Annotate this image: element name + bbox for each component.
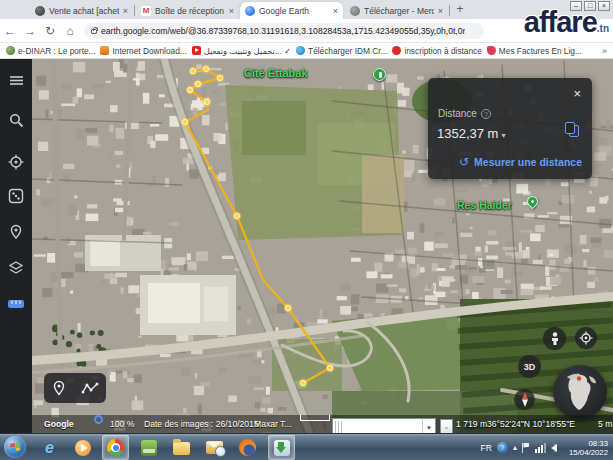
tab-close-icon[interactable]: ×: [438, 6, 443, 16]
show-hidden-icons[interactable]: ▴: [513, 443, 517, 452]
address-bar[interactable]: earth.google.com/web/@36.87339768,10.311…: [84, 23, 484, 39]
earth-favicon: [245, 6, 255, 16]
taskbar-chrome[interactable]: [102, 435, 129, 460]
distance-label: Distance: [438, 108, 477, 119]
coordinates: 36°52'24"N 10°18'55"E: [487, 415, 575, 433]
eye-altitude: 5 m: [598, 415, 612, 433]
idm-icon: [274, 440, 290, 456]
window-controls: – □ ×: [570, 1, 610, 11]
voyager-icon[interactable]: [0, 149, 32, 175]
red-dot-icon: [392, 46, 401, 55]
place-label-res-haider[interactable]: Res Haider: [457, 199, 512, 211]
menu-icon[interactable]: [0, 67, 32, 93]
help-icon[interactable]: ?: [481, 109, 491, 119]
language-indicator[interactable]: FR: [481, 443, 492, 453]
action-center-flag-icon[interactable]: [522, 443, 530, 453]
bookmark-idm[interactable]: Internet Download...: [100, 46, 186, 56]
park-icon[interactable]: [373, 68, 386, 81]
globe-blue-icon: [296, 46, 305, 55]
restart-icon: ↺: [459, 155, 469, 169]
compass[interactable]: [514, 389, 535, 410]
taskbar-green-app[interactable]: [135, 435, 162, 460]
tray-time: 08:33: [569, 439, 608, 448]
tab-close-icon[interactable]: ×: [333, 6, 338, 16]
tab-google-earth[interactable]: Google Earth ×: [240, 2, 343, 19]
taskbar-idm[interactable]: [268, 435, 295, 460]
reload-icon[interactable]: ↻: [40, 24, 60, 38]
3d-button[interactable]: 3D: [518, 355, 541, 378]
earth-sidebar: [0, 59, 32, 433]
system-tray: FR ? ▴ 08:33 15/04/2022: [481, 434, 611, 460]
scale-bar: [300, 415, 330, 421]
earth-status-bar: Google 100 % Date des images : 26/10/201…: [32, 415, 613, 433]
bookmark-label: Télécharger IDM Cr...: [308, 46, 387, 56]
network-icon[interactable]: [535, 443, 546, 453]
taskbar-internet-explorer[interactable]: e: [36, 435, 63, 460]
satellite-map[interactable]: Cité Ettabak Res Haider × Distance? 1352…: [32, 59, 613, 433]
restore-button[interactable]: □: [584, 1, 596, 11]
new-tab-button[interactable]: +: [452, 2, 468, 18]
home-icon[interactable]: ⌂: [60, 24, 80, 38]
windows-taskbar: e FR ? ▴ 08:33 15/04/2022: [0, 433, 613, 460]
taskbar-outlook[interactable]: [201, 435, 228, 460]
volume-icon[interactable]: [551, 444, 557, 452]
tab-vente-achat[interactable]: Vente achat [acheter vend... ×: [30, 2, 133, 19]
help-tray-icon[interactable]: ?: [497, 442, 508, 453]
bookmark-factures[interactable]: Mes Factures En Lig...: [487, 46, 582, 56]
bookmark-label: Mes Factures En Lig...: [499, 46, 582, 56]
start-button[interactable]: [4, 436, 26, 458]
my-location-button[interactable]: [575, 327, 597, 349]
green-app-icon: [141, 440, 157, 456]
bookmarks-overflow-icon[interactable]: »: [602, 46, 607, 56]
taskbar-explorer[interactable]: [168, 435, 195, 460]
tray-clock[interactable]: 08:33 15/04/2022: [569, 439, 608, 457]
unit-dropdown-icon[interactable]: ▾: [501, 131, 505, 140]
taskbar-firefox[interactable]: [234, 435, 261, 460]
bookmark-youtube[interactable]: تحميل وتثبيت وتفعيل... ✓: [192, 46, 291, 56]
url-text[interactable]: earth.google.com/web/@36.87339768,10.311…: [101, 26, 465, 36]
bookmark-telecharger-idm[interactable]: Télécharger IDM Cr...: [296, 46, 387, 56]
measure-tool-icon[interactable]: [0, 291, 32, 317]
pegman-button[interactable]: [543, 327, 566, 350]
internet-explorer-icon: e: [45, 439, 54, 457]
desktop-screen: Vente achat [acheter vend... × M Boîte d…: [0, 0, 613, 460]
imagery-date: Date des images : 26/10/2015: [144, 415, 259, 433]
tab-close-icon[interactable]: ×: [229, 6, 234, 16]
overview-globe[interactable]: [553, 365, 607, 419]
feeling-lucky-icon[interactable]: [0, 183, 32, 209]
measure-toolbar: [44, 373, 106, 403]
measure-panel: × Distance? 1352,37 m▾ ↺Mesurer une dist…: [428, 78, 592, 179]
search-icon[interactable]: [0, 107, 32, 133]
tab-telecharger[interactable]: Télécharger - Merci – Go... ×: [345, 2, 448, 19]
bookmark-edinar[interactable]: e-DINAR : Le porte...: [6, 46, 95, 56]
camera-altitude: 1 719 m: [456, 415, 487, 433]
back-icon[interactable]: ←: [0, 24, 20, 38]
close-button[interactable]: ×: [598, 1, 610, 11]
tab-title: Google Earth: [259, 6, 329, 16]
tab-title: Vente achat [acheter vend...: [49, 6, 119, 16]
draw-path-icon[interactable]: [81, 381, 99, 395]
bookmarks-bar: e-DINAR : Le porte... Internet Download.…: [0, 43, 613, 59]
gmail-favicon: M: [141, 6, 151, 16]
youtube-icon: [192, 46, 201, 55]
chrome-icon: [107, 439, 124, 456]
close-icon[interactable]: ×: [573, 86, 581, 101]
copy-icon[interactable]: [569, 125, 579, 137]
forward-icon[interactable]: →: [20, 24, 40, 38]
globe-favicon: [350, 6, 360, 16]
layers-icon[interactable]: [0, 255, 32, 281]
projects-icon[interactable]: [0, 219, 32, 245]
bookmark-label: تحميل وتثبيت وتفعيل... ✓: [204, 46, 291, 56]
measure-distance-button[interactable]: ↺Mesurer une distance: [459, 155, 582, 169]
browser-toolbar: ← → ↻ ⌂ earth.google.com/web/@36.8733976…: [0, 19, 613, 43]
minimize-button[interactable]: –: [570, 1, 582, 11]
globe-icon: [6, 46, 15, 55]
distance-value: 1352,37 m: [437, 126, 498, 141]
taskbar-media-player[interactable]: [69, 435, 96, 460]
tab-close-icon[interactable]: ×: [123, 6, 128, 16]
lock-icon: [91, 29, 97, 34]
place-label-cite-ettabak[interactable]: Cité Ettabak: [244, 67, 308, 79]
bookmark-inscription[interactable]: inscription à distance: [392, 46, 481, 56]
add-placemark-icon[interactable]: [52, 380, 66, 396]
tab-gmail[interactable]: M Boîte de réception (27) - ×: [136, 2, 239, 19]
